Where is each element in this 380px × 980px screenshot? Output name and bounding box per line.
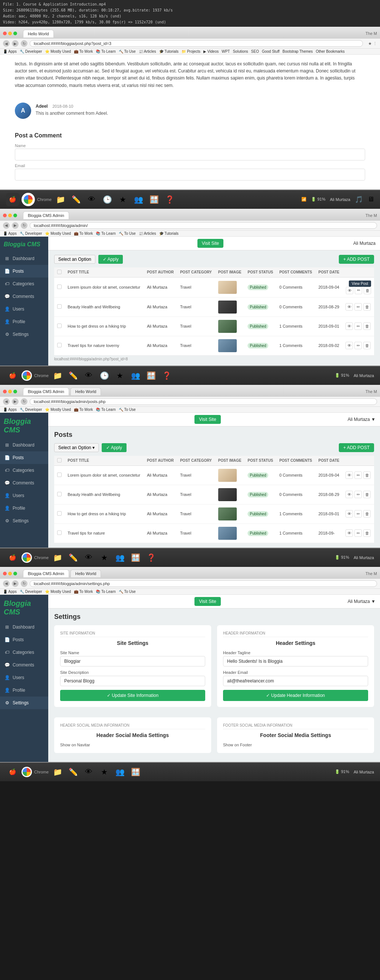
bookmark-other[interactable]: Other Bookmarks [316,49,345,54]
view-icon-3[interactable]: 👁 [345,323,353,330]
maximize-button-3[interactable] [13,390,17,393]
bookmark-seo[interactable]: SEO [251,49,259,54]
bm-developer-3[interactable]: 🔧 Developer [20,407,42,412]
cb-4-3[interactable] [57,530,62,535]
bookmark-videos[interactable]: ▶ Videos [203,49,218,54]
sidebar-settings-2[interactable]: ⚙ Settings [0,328,48,340]
forward-button-2[interactable]: ▶ [12,222,19,229]
update-site-btn[interactable]: ✓ Update Site Information [60,690,205,701]
hello-world-tab-3[interactable]: Hello World [71,387,101,395]
bm-learn-2[interactable]: 📚 To Learn [96,231,116,235]
edit-icon-tb2[interactable]: ✏️ [66,369,80,382]
view-icon-tb2[interactable]: 👁 [82,369,95,382]
cb-3-3[interactable] [57,511,62,515]
e-2-3[interactable]: ✏ [355,491,362,498]
file-icon-2[interactable]: 📁 [51,369,64,382]
apple-icon-2[interactable]: 🍎 [6,369,19,382]
bm-learn-4[interactable]: 📚 To Learn [96,590,116,593]
history-icon[interactable]: 🕒 [101,193,114,206]
history-icon-2[interactable]: 🕒 [98,369,111,382]
sidebar-users-2[interactable]: 👤 Users [0,303,48,315]
select-option-3[interactable]: Select an Option ▾ [54,443,99,452]
visit-site-btn-2[interactable]: Visit Site [198,239,223,248]
bm-work-2[interactable]: 💼 To Work [74,231,93,235]
bookmarks-icon-3[interactable]: ★ [98,551,111,564]
back-button-3[interactable]: ◀ [3,398,10,405]
url-bar-4[interactable]: localhost:####/bloggia/admin/settings.ph… [30,580,377,587]
bookmarks-icon-2[interactable]: ★ [113,369,127,382]
url-bar[interactable]: localhost:####/bloggia/post.php?post_id=… [30,40,363,47]
v-4-3[interactable]: 👁 [345,530,353,537]
bookmark-solutions[interactable]: Solutions [233,49,248,54]
forward-button-4[interactable]: ▶ [12,580,19,587]
sidebar-dashboard-4[interactable]: ⊞ Dashboard [0,621,48,633]
url-bar-2[interactable]: localhost:####/bloggia/admin/ [30,222,377,229]
bookmark-good-stuff[interactable]: Good Stuff [262,49,280,54]
d-2-3[interactable]: 🗑 [363,491,371,498]
bookmarks-icon-4[interactable]: ★ [98,765,111,779]
row-checkbox-1[interactable] [57,285,62,289]
taskbar-dock-icon[interactable]: 🎵 [355,196,363,204]
sidebar-comments-4[interactable]: 💬 Comments [0,659,48,671]
chrome-icon-3[interactable] [22,552,32,563]
apple-icon-3[interactable]: 🍎 [6,551,19,564]
refresh-button-4[interactable]: ↻ [21,580,27,587]
people-icon-4[interactable]: 👥 [113,765,127,779]
delete-icon-2[interactable]: 🗑 [363,303,371,310]
delete-icon-3[interactable]: 🗑 [363,323,371,330]
file-icon[interactable]: 📁 [54,193,67,206]
cb-2-3[interactable] [57,492,62,496]
e-3-3[interactable]: ✏ [355,510,362,517]
minimize-button-2[interactable] [8,213,12,217]
chrome-icon-2[interactable] [22,371,32,381]
v-2-3[interactable]: 👁 [345,491,353,498]
refresh-button[interactable]: ↻ [21,40,27,47]
sidebar-categories-4[interactable]: 🏷 Categories [0,646,48,659]
people-icon[interactable]: 👥 [132,193,145,206]
edit-icon-2[interactable]: ✏ [355,303,362,310]
user-menu-4[interactable]: Ali Murtaza ▼ [348,599,375,604]
close-button[interactable] [3,32,7,35]
sidebar-users-3[interactable]: 👤 Users [0,489,48,502]
bm-apps-4[interactable]: 📱 Apps [3,590,17,593]
bookmark-bootstrap[interactable]: Bootstrap Themes [282,49,313,54]
active-tab[interactable]: Hello World [23,30,54,38]
select-option-2[interactable]: Select an Option [54,255,95,264]
close-button-3[interactable] [3,390,7,393]
maximize-button[interactable] [13,32,17,35]
apple-icon[interactable]: 🍎 [6,193,19,206]
maximize-button-4[interactable] [13,572,17,576]
bookmark-wpt[interactable]: WPT [222,49,230,54]
forward-button-3[interactable]: ▶ [12,398,19,405]
sidebar-categories-3[interactable]: 🏷 Categories [0,464,48,477]
bm-mostly-2[interactable]: ⭐ Mostly Used [45,231,71,235]
header-tagline-input[interactable] [223,656,368,667]
email-input[interactable] [15,169,365,181]
site-desc-input[interactable] [60,676,205,686]
row-checkbox-4[interactable] [57,343,62,347]
back-button-2[interactable]: ◀ [3,222,10,229]
close-button-4[interactable] [3,572,7,576]
add-post-btn-3[interactable]: + ADD POST [339,443,374,452]
visit-site-btn-4[interactable]: Visit Site [195,597,220,606]
sidebar-settings-4[interactable]: ⚙ Settings [0,697,48,709]
bookmark-tutorials[interactable]: 🎓 Tutorials [159,49,179,54]
people-icon-3[interactable]: 👥 [113,551,127,564]
sidebar-profile-4[interactable]: 👤 Profile [0,684,48,697]
admin-tab-3[interactable]: Bloggia CMS Admin [23,387,69,395]
edit-icon-tb3[interactable]: ✏️ [66,551,80,564]
d-3-3[interactable]: 🗑 [363,510,371,517]
back-button[interactable]: ◀ [3,40,10,47]
file-icon-4[interactable]: 📁 [51,765,64,779]
bm-work-4[interactable]: 💼 To Work [74,590,93,593]
sidebar-dashboard-2[interactable]: ⊞ Dashboard [0,252,48,265]
delete-icon-4[interactable]: 🗑 [363,342,371,349]
window-icon[interactable]: 🪟 [147,193,161,206]
chrome-icon[interactable] [22,193,35,206]
view-icon-tb4[interactable]: 👁 [82,765,95,779]
user-menu-2[interactable]: Ali Murtaza [353,241,375,246]
edit-icon-tb4[interactable]: ✏️ [66,765,80,779]
hello-world-tab-4[interactable]: Hello World [71,570,101,577]
site-name-input[interactable] [60,656,205,667]
edit-icon[interactable]: ✏️ [70,193,83,206]
